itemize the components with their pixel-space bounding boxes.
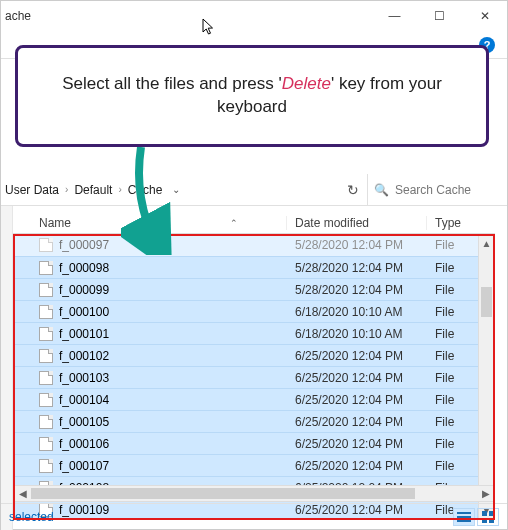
minimize-button[interactable]: —	[372, 1, 417, 31]
search-box[interactable]: 🔍 Search Cache	[367, 174, 499, 205]
file-name: f_000103	[59, 371, 109, 385]
nav-pane-sliver	[1, 206, 13, 530]
scroll-thumb[interactable]	[31, 488, 415, 499]
file-pane: Name ⌃ Date modified Type f_0000975/28/2…	[1, 206, 507, 530]
file-name: f_000107	[59, 459, 109, 473]
file-icon	[39, 393, 53, 407]
instruction-text: Select all the files and press 'Delete' …	[46, 73, 458, 119]
scroll-up-icon[interactable]: ▲	[479, 235, 494, 252]
table-row[interactable]: f_0001076/25/2020 12:04 PMFile	[13, 454, 495, 476]
file-date: 6/25/2020 12:04 PM	[287, 349, 427, 363]
file-date: 6/25/2020 12:04 PM	[287, 393, 427, 407]
file-date: 6/25/2020 12:04 PM	[287, 415, 427, 429]
scroll-thumb[interactable]	[481, 287, 492, 317]
column-header-type[interactable]: Type	[427, 216, 495, 230]
file-date: 6/18/2020 10:10 AM	[287, 327, 427, 341]
file-icon	[39, 415, 53, 429]
chevron-right-icon: ›	[63, 184, 70, 195]
file-icon	[39, 371, 53, 385]
file-icon	[39, 261, 53, 275]
table-row[interactable]: f_0000995/28/2020 12:04 PMFile	[13, 278, 495, 300]
file-icon	[39, 459, 53, 473]
search-placeholder: Search Cache	[395, 183, 471, 197]
file-name: f_000106	[59, 437, 109, 451]
file-icon	[39, 327, 53, 341]
file-name: f_000102	[59, 349, 109, 363]
instruction-callout: Select all the files and press 'Delete' …	[15, 45, 489, 147]
address-bar: User Data › Default › Cache ⌄ ↻ 🔍 Search…	[1, 174, 507, 206]
file-name: f_000104	[59, 393, 109, 407]
breadcrumb-item[interactable]: Default	[70, 179, 116, 201]
vertical-scrollbar[interactable]: ▲ ▼	[478, 234, 495, 520]
window-title: ache	[1, 9, 31, 23]
table-row[interactable]: f_0000985/28/2020 12:04 PMFile	[13, 256, 495, 278]
file-list[interactable]: f_0000975/28/2020 12:04 PMFilef_0000985/…	[13, 234, 495, 520]
refresh-button[interactable]: ↻	[339, 182, 367, 198]
file-name: f_000099	[59, 283, 109, 297]
file-name: f_000105	[59, 415, 109, 429]
table-row[interactable]: f_0000975/28/2020 12:04 PMFile	[13, 234, 495, 256]
explorer-window: ache — ☐ ✕ ⌄ ? Select all the files and …	[0, 0, 508, 530]
search-icon: 🔍	[374, 183, 389, 197]
file-icon	[39, 305, 53, 319]
view-mode-buttons	[453, 508, 499, 526]
file-name: f_000097	[59, 238, 109, 252]
file-date: 5/28/2020 12:04 PM	[287, 261, 427, 275]
column-header-date[interactable]: Date modified	[287, 216, 427, 230]
details-view-button[interactable]	[453, 508, 475, 526]
maximize-button[interactable]: ☐	[417, 1, 462, 31]
scroll-track[interactable]	[31, 486, 477, 501]
callout-arrow-icon	[121, 145, 181, 255]
table-row[interactable]: f_0001016/18/2020 10:10 AMFile	[13, 322, 495, 344]
table-row[interactable]: f_0001006/18/2020 10:10 AMFile	[13, 300, 495, 322]
table-row[interactable]: f_0001026/25/2020 12:04 PMFile	[13, 344, 495, 366]
file-date: 6/18/2020 10:10 AM	[287, 305, 427, 319]
title-bar: ache — ☐ ✕	[1, 1, 507, 31]
file-name: f_000101	[59, 327, 109, 341]
file-name: f_000100	[59, 305, 109, 319]
file-date: 6/25/2020 12:04 PM	[287, 437, 427, 451]
scroll-track[interactable]	[479, 252, 494, 502]
breadcrumb-item[interactable]: User Data	[1, 179, 63, 201]
close-button[interactable]: ✕	[462, 1, 507, 31]
status-bar: selected	[1, 503, 507, 529]
file-icon	[39, 283, 53, 297]
horizontal-scrollbar[interactable]: ◀ ▶	[13, 485, 495, 502]
file-date: 5/28/2020 12:04 PM	[287, 238, 427, 252]
table-row[interactable]: f_0001046/25/2020 12:04 PMFile	[13, 388, 495, 410]
file-date: 6/25/2020 12:04 PM	[287, 459, 427, 473]
file-icon	[39, 238, 53, 252]
scroll-left-icon[interactable]: ◀	[14, 488, 31, 499]
mouse-cursor-icon	[202, 18, 216, 39]
file-list-wrap: f_0000975/28/2020 12:04 PMFilef_0000985/…	[13, 234, 495, 520]
sort-caret-icon: ⌃	[230, 218, 238, 228]
file-icon	[39, 349, 53, 363]
thumbnails-view-button[interactable]	[477, 508, 499, 526]
file-icon	[39, 437, 53, 451]
table-row[interactable]: f_0001066/25/2020 12:04 PMFile	[13, 432, 495, 454]
table-row[interactable]: f_0001036/25/2020 12:04 PMFile	[13, 366, 495, 388]
file-name: f_000098	[59, 261, 109, 275]
status-text: selected	[9, 510, 54, 524]
column-headers: Name ⌃ Date modified Type	[13, 212, 495, 234]
scroll-right-icon[interactable]: ▶	[477, 488, 494, 499]
file-date: 6/25/2020 12:04 PM	[287, 371, 427, 385]
file-date: 5/28/2020 12:04 PM	[287, 283, 427, 297]
table-row[interactable]: f_0001056/25/2020 12:04 PMFile	[13, 410, 495, 432]
